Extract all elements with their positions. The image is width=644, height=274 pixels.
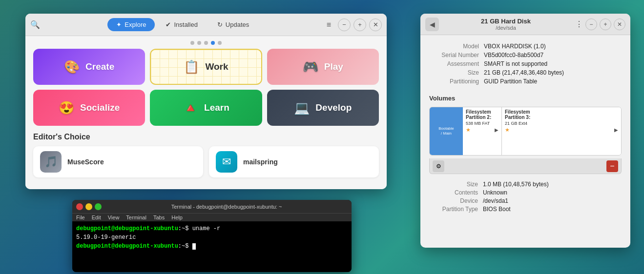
terminal-close-button[interactable]	[76, 203, 83, 210]
volumes-visual: Bootable/ Main FilesystemPartition 2: 53…	[429, 107, 622, 156]
terminal-output-1: 5.19.0-19-generic	[76, 234, 136, 241]
disk-close-button[interactable]: ✕	[614, 19, 625, 30]
part-device-value: /dev/sda1	[483, 197, 622, 204]
maximize-button[interactable]: +	[353, 19, 366, 31]
ext4-name: FilesystemPartition 3:	[505, 109, 618, 120]
tab-updates[interactable]: ↻ Updates	[208, 18, 258, 31]
gear-button[interactable]: ⚙	[433, 160, 444, 172]
fat-name: FilesystemPartition 2:	[466, 109, 499, 120]
develop-label: Develop	[315, 102, 352, 113]
category-develop[interactable]: 💻 Develop	[267, 90, 379, 126]
category-play[interactable]: 🎮 Play	[267, 49, 379, 85]
page-dot-2[interactable]	[197, 41, 201, 45]
disk-window-controls: − + ✕	[585, 19, 625, 30]
explore-icon: ✦	[116, 21, 122, 28]
category-grid: 🎨 Create 📋 Work 🎮 Play 😍 Socialize 🔺 Lea…	[33, 49, 379, 126]
part-size-value: 1.0 MB (10,48,576 bytes)	[483, 181, 622, 188]
page-dot-4[interactable]	[211, 41, 215, 45]
terminal-line-3: debugpoint@debugpoint-xubuntu:~$	[76, 242, 348, 251]
editor-card-mailspring[interactable]: ✉ mailspring	[209, 146, 379, 177]
ext4-play-icon: ▶	[614, 127, 618, 133]
menu-file[interactable]: File	[76, 215, 85, 220]
software-titlebar: 🔍 ✦ Explore ✔ Installed ↻ Updates ≡ − + …	[25, 14, 387, 36]
editor-card-musescore[interactable]: 🎵 MuseScore	[33, 146, 203, 177]
learn-label: Learn	[204, 102, 229, 113]
part-device-row: Device /dev/sda1	[429, 197, 622, 204]
search-icon[interactable]: 🔍	[30, 20, 40, 29]
page-dots	[33, 36, 379, 49]
terminal-menubar: File Edit View Terminal Tabs Help	[72, 214, 352, 221]
size-label: Size	[430, 69, 484, 76]
size-value: 21 GB (21,47,48,36,480 bytes)	[484, 69, 621, 76]
fat-detail: 538 MB FAT	[466, 121, 499, 126]
window-controls: − + ✕	[338, 19, 382, 31]
part-size-label: Size	[429, 181, 483, 188]
editors-choice-row: 🎵 MuseScore ✉ mailspring	[33, 146, 379, 177]
terminal-titlebar: Terminal - debugpoint@debugpoint-xubuntu…	[72, 200, 352, 214]
menu-view[interactable]: View	[108, 215, 120, 220]
socialize-icon: 😍	[59, 100, 74, 116]
category-work[interactable]: 📋 Work	[150, 49, 262, 85]
installed-icon: ✔	[166, 21, 171, 28]
software-window: 🔍 ✦ Explore ✔ Installed ↻ Updates ≡ − + …	[25, 14, 387, 189]
back-icon: ◀	[430, 20, 435, 28]
tab-explore[interactable]: ✦ Explore	[107, 18, 155, 31]
page-dot-3[interactable]	[204, 41, 208, 45]
terminal-command-2	[188, 243, 192, 250]
model-value: VBOX HARDDISK (1.0)	[484, 43, 621, 50]
learn-icon: 🔺	[183, 100, 198, 116]
volumes-bottom-bar: ⚙ −	[429, 158, 622, 174]
menu-help[interactable]: Help	[171, 215, 183, 220]
terminal-cursor	[192, 243, 196, 250]
tab-installed[interactable]: ✔ Installed	[157, 18, 206, 31]
disk-serial-row: Serial Number VB5d00fcc0-8ab500d7	[430, 52, 621, 59]
page-dot-5[interactable]	[218, 41, 222, 45]
terminal-prompt-2: debugpoint@debugpoint-xubuntu	[76, 243, 178, 250]
disk-assessment-row: Assessment SMART is not supported	[430, 60, 621, 67]
close-button[interactable]: ✕	[369, 19, 382, 31]
fat-star-icon: ★	[466, 127, 471, 133]
remove-volume-button[interactable]: −	[606, 160, 618, 172]
part-type-row: Partition Type BIOS Boot	[429, 206, 622, 213]
disk-minimize-button[interactable]: −	[585, 19, 597, 30]
mailspring-name: mailspring	[243, 158, 278, 166]
menu-tabs[interactable]: Tabs	[153, 215, 165, 220]
terminal-maximize-button[interactable]	[95, 203, 102, 210]
volume-ext4[interactable]: FilesystemPartition 3: 21 GB Ext4 ★ ▶	[502, 107, 621, 155]
menu-button[interactable]: ≡	[324, 19, 334, 31]
menu-terminal[interactable]: Terminal	[126, 215, 146, 220]
disk-menu-button[interactable]: ⋮	[573, 19, 585, 30]
menu-edit[interactable]: Edit	[92, 215, 101, 220]
ext4-detail: 21 GB Ext4	[505, 121, 618, 126]
minus-icon: −	[610, 162, 614, 171]
minimize-button[interactable]: −	[338, 19, 351, 31]
terminal-body[interactable]: debugpoint@debugpoint-xubuntu:~$ uname -…	[72, 221, 352, 272]
volume-boot[interactable]: Bootable/ Main	[430, 107, 463, 155]
fat-play-icon: ▶	[495, 127, 499, 133]
editors-choice-heading: Editor's Choice	[33, 133, 379, 141]
page-dot-1[interactable]	[190, 41, 194, 45]
disk-subtitle: /dev/sda	[439, 25, 573, 31]
assessment-value: SMART is not supported	[484, 60, 621, 67]
work-label: Work	[205, 61, 228, 72]
category-socialize[interactable]: 😍 Socialize	[33, 90, 145, 126]
hamburger-icon: ≡	[327, 20, 331, 29]
disk-model-row: Model VBOX HARDDISK (1.0)	[430, 43, 621, 50]
back-button[interactable]: ◀	[425, 18, 439, 31]
software-content: 🎨 Create 📋 Work 🎮 Play 😍 Socialize 🔺 Lea…	[25, 36, 387, 189]
terminal-line-2: 5.19.0-19-generic	[76, 233, 348, 242]
part-type-value: BIOS Boot	[483, 206, 622, 213]
partitioning-label: Partitioning	[430, 78, 484, 85]
volume-fat[interactable]: FilesystemPartition 2: 538 MB FAT ★ ▶	[463, 107, 502, 155]
part-contents-row: Contents Unknown	[429, 189, 622, 196]
ext4-star-icon: ★	[505, 127, 510, 133]
mailspring-icon: ✉	[216, 151, 237, 173]
terminal-minimize-button[interactable]	[85, 203, 92, 210]
terminal-line-1: debugpoint@debugpoint-xubuntu:~$ uname -…	[76, 224, 348, 233]
category-learn[interactable]: 🔺 Learn	[150, 90, 262, 126]
volumes-section-title: Volumes	[429, 95, 622, 102]
category-create[interactable]: 🎨 Create	[33, 49, 145, 85]
vertical-dots-icon: ⋮	[575, 20, 583, 28]
disk-maximize-button[interactable]: +	[600, 19, 611, 30]
part-contents-label: Contents	[429, 189, 483, 196]
